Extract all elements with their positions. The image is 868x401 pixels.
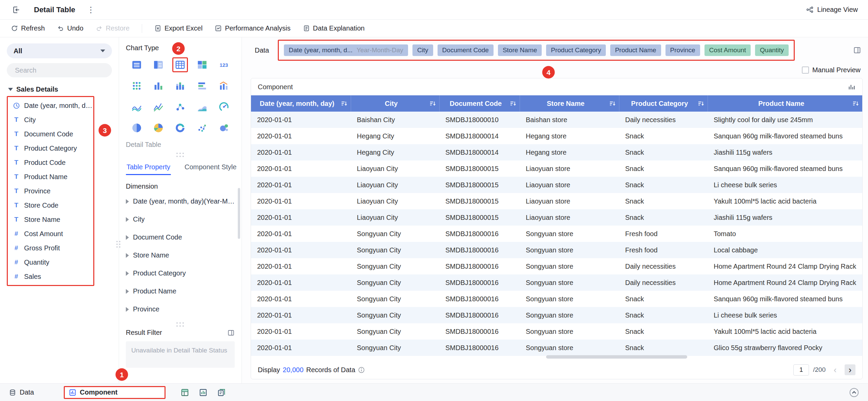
restore-button[interactable]: Restore	[96, 24, 130, 32]
column-sort-filter-icon[interactable]	[697, 100, 704, 107]
data-field-pill[interactable]: Cost Amount	[705, 44, 751, 56]
table-cell: Snack	[619, 193, 708, 209]
chart-type-detail-table[interactable]	[172, 57, 188, 72]
dimension-item[interactable]: Product Category	[126, 264, 235, 282]
column-header[interactable]: Date (year, month, day)	[251, 95, 351, 112]
chart-type-area[interactable]	[129, 99, 144, 114]
column-header[interactable]: Document Code	[439, 95, 520, 112]
field-item[interactable]: Date (year, month, day)	[8, 98, 93, 113]
column-sort-filter-icon[interactable]	[429, 100, 436, 107]
dimension-item[interactable]: Document Code	[126, 228, 235, 246]
section-resize-handle[interactable]	[176, 153, 185, 158]
filter-panel-icon[interactable]	[227, 329, 235, 337]
chart-type-bubble[interactable]	[216, 120, 232, 135]
lineage-view-button[interactable]: Lineage View	[806, 6, 858, 14]
field-item[interactable]: TProvince	[8, 184, 93, 198]
data-field-pill[interactable]: Quantity	[755, 44, 789, 56]
chart-type-table[interactable]	[129, 57, 144, 72]
chart-type-multi-pie[interactable]	[151, 120, 166, 135]
chart-type-group-table[interactable]	[151, 57, 166, 72]
field-item[interactable]: TProduct Category	[8, 141, 93, 155]
dimension-item[interactable]: Date (year, month, day)(Year-Mon...	[126, 192, 235, 210]
field-item[interactable]: TStore Code	[8, 198, 93, 212]
chart-type-heat-grid[interactable]	[129, 78, 144, 93]
collapse-panel-button[interactable]	[853, 46, 861, 54]
exit-view-button[interactable]	[10, 4, 22, 16]
table-cell: Fresh food	[619, 226, 708, 242]
column-header[interactable]: Store Name	[520, 95, 619, 112]
add-chart-component-icon[interactable]	[199, 388, 208, 397]
more-menu-icon[interactable]: ⋮	[87, 5, 95, 15]
chart-type-line[interactable]	[151, 99, 166, 114]
chart-type-stacked-area[interactable]	[194, 99, 210, 114]
field-item[interactable]: #Sales	[8, 269, 93, 284]
chart-type-bar[interactable]	[194, 78, 210, 93]
record-count[interactable]: 20,000	[283, 366, 304, 374]
export-excel-button[interactable]: Export Excel	[154, 24, 202, 32]
tab-component-style[interactable]: Component Style	[184, 160, 237, 175]
expand-right-icon	[126, 253, 129, 258]
dimension-item[interactable]: City	[126, 210, 235, 228]
data-field-pill[interactable]: Product Name	[610, 44, 661, 56]
data-field-pill[interactable]: Store Name	[498, 44, 542, 56]
field-item[interactable]: TProduct Code	[8, 155, 93, 170]
panel-resize-handle[interactable]	[116, 241, 121, 248]
column-header[interactable]: Product Name	[708, 95, 862, 112]
search-input[interactable]	[15, 66, 105, 74]
component-chart-button[interactable]	[848, 83, 855, 91]
field-item[interactable]: TStore Name	[8, 212, 93, 227]
table-cell: Sanquan 960g milk-flavored steamed buns	[708, 291, 862, 307]
field-item[interactable]: TProduct Name	[8, 170, 93, 184]
vertical-scrollbar[interactable]	[238, 188, 240, 239]
manual-preview-checkbox[interactable]	[802, 66, 809, 74]
field-item[interactable]: #Gross Profit	[8, 241, 93, 255]
section-resize-handle-2[interactable]	[176, 322, 185, 327]
table-filter-dropdown[interactable]: All	[7, 43, 112, 58]
chart-type-stacked-column[interactable]	[172, 78, 188, 93]
chart-type-pie[interactable]	[129, 120, 144, 135]
refresh-button[interactable]: Refresh	[11, 24, 45, 32]
horizontal-scrollbar[interactable]	[546, 355, 687, 359]
chart-type-column[interactable]	[151, 78, 166, 93]
add-table-component-icon[interactable]	[180, 388, 189, 397]
info-icon[interactable]	[358, 366, 365, 374]
chart-type-point-line[interactable]	[172, 99, 188, 114]
data-field-pill[interactable]: City	[412, 44, 433, 56]
data-field-pill[interactable]: Date (year, month, d...Year-Month-Day	[284, 44, 408, 56]
prev-page-button[interactable]: ‹	[830, 364, 841, 375]
column-sort-filter-icon[interactable]	[852, 100, 859, 107]
tab-component[interactable]: Component	[64, 386, 166, 399]
chart-type-combo[interactable]	[216, 78, 232, 93]
collapse-bottom-button[interactable]	[849, 387, 859, 398]
tab-table-property[interactable]: Table Property	[126, 160, 171, 175]
chart-type-cross-table[interactable]	[194, 57, 210, 72]
next-page-button[interactable]: ›	[845, 364, 855, 375]
field-item[interactable]: #Cost Amount	[8, 227, 93, 241]
data-field-pill[interactable]: Province	[666, 44, 700, 56]
chart-type-gauge[interactable]	[216, 99, 232, 114]
field-item[interactable]: TCity	[8, 113, 93, 127]
column-sort-filter-icon[interactable]	[609, 100, 616, 107]
column-header[interactable]: Product Category	[619, 95, 708, 112]
data-field-pill[interactable]: Document Code	[438, 44, 494, 56]
undo-button[interactable]: Undo	[57, 24, 83, 32]
column-header[interactable]: City	[351, 95, 439, 112]
dimension-item[interactable]: Product Name	[126, 282, 235, 300]
chart-type-table-icon	[131, 59, 142, 71]
chart-type-donut[interactable]	[172, 120, 188, 135]
data-explanation-button[interactable]: Data Explanation	[303, 24, 365, 32]
dimension-item[interactable]: Store Name	[126, 246, 235, 264]
tab-data[interactable]: Data	[9, 388, 34, 396]
dataset-tree-node[interactable]: Sales Details	[7, 85, 112, 93]
page-number-input[interactable]	[793, 364, 809, 376]
data-field-pill[interactable]: Product Category	[546, 44, 606, 56]
performance-analysis-button[interactable]: Performance Analysis	[215, 24, 290, 32]
field-item[interactable]: TDocument Code	[8, 127, 93, 141]
column-sort-filter-icon[interactable]	[341, 100, 347, 107]
column-sort-filter-icon[interactable]	[509, 100, 516, 107]
add-filter-component-icon[interactable]	[217, 388, 226, 397]
field-item[interactable]: #Quantity	[8, 255, 93, 269]
chart-type-scatter[interactable]	[194, 120, 210, 135]
chart-type-number[interactable]: 123	[216, 57, 232, 72]
dimension-item[interactable]: Province	[126, 300, 235, 318]
